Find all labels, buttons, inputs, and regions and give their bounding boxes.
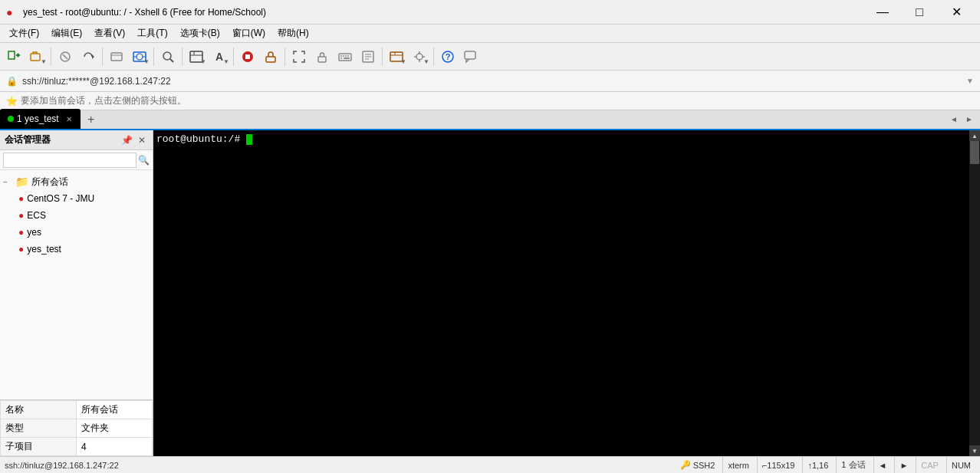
- toolbar-stop[interactable]: [237, 46, 258, 67]
- toolbar-help[interactable]: ?: [437, 46, 459, 67]
- sidebar: 会话管理器 📌 ✕ 🔍 − 📁 所有会话 ● CentOS 7 - JMU: [0, 130, 153, 456]
- toolbar-sep-7: [382, 48, 383, 66]
- tree-label-ecs: ECS: [27, 210, 46, 221]
- tree-expand-root[interactable]: −: [3, 178, 12, 186]
- toolbar-sep-8: [433, 48, 434, 66]
- svg-rect-19: [245, 54, 250, 59]
- menu-tools[interactable]: 工具(T): [131, 25, 173, 42]
- tab-yes-test[interactable]: 1 yes_test ✕: [0, 109, 81, 129]
- key-icon: 🔑: [680, 460, 691, 470]
- terminal-area[interactable]: root@ubuntu:/#: [153, 130, 969, 456]
- sidebar-search: 🔍: [0, 150, 153, 170]
- status-nav-right[interactable]: ►: [894, 457, 913, 474]
- tree-child-yes-test[interactable]: ● yes_test: [0, 241, 153, 258]
- svg-line-5: [63, 54, 67, 59]
- menu-help[interactable]: 帮助(H): [271, 25, 315, 42]
- bookmark-icon: ⭐: [6, 96, 18, 107]
- tab-close-button[interactable]: ✕: [64, 113, 74, 124]
- properties-panel: 名称 所有会话 类型 文件夹 子项目 4: [0, 399, 153, 456]
- terminal-prompt: root@ubuntu:/#: [156, 133, 240, 145]
- prop-row-name: 名称 所有会话: [1, 401, 153, 419]
- tree-child-centos[interactable]: ● CentOS 7 - JMU: [0, 190, 153, 207]
- prop-key-children: 子项目: [1, 438, 77, 456]
- menu-edit[interactable]: 编辑(E): [45, 25, 88, 42]
- prop-row-children: 子项目 4: [1, 438, 153, 456]
- status-protocol[interactable]: 🔑 SSH2: [676, 457, 720, 474]
- toolbar-xftp[interactable]: ▼: [386, 46, 407, 67]
- toolbar-password[interactable]: [260, 46, 281, 67]
- menu-tab[interactable]: 选项卡(B): [174, 25, 226, 42]
- prop-val-children: 4: [77, 438, 153, 456]
- toolbar-script[interactable]: [357, 46, 379, 67]
- address-text: ssh://tinluz:******@192.168.1.247:22: [22, 76, 962, 87]
- toolbar-lock[interactable]: [311, 46, 333, 67]
- toolbar-profile[interactable]: ▼: [186, 46, 207, 67]
- svg-rect-0: [8, 51, 15, 59]
- tab-label: 1 yes_test: [17, 113, 59, 124]
- tree-child-ecs[interactable]: ● ECS: [0, 207, 153, 224]
- tab-status-dot: [8, 116, 14, 122]
- window-title: yes_test - root@ubuntu: / - Xshell 6 (Fr…: [23, 7, 865, 18]
- tab-next-button[interactable]: ►: [962, 109, 977, 129]
- svg-rect-20: [266, 57, 275, 62]
- toolbar-new-session[interactable]: [3, 46, 25, 67]
- menu-bar: 文件(F) 编辑(E) 查看(V) 工具(T) 选项卡(B) 窗口(W) 帮助(…: [0, 25, 980, 43]
- toolbar-sep-3: [153, 48, 154, 66]
- address-dropdown[interactable]: ▼: [966, 77, 974, 85]
- svg-text:?: ?: [446, 52, 451, 61]
- toolbar: ▼ ▼ ▼ A ▼: [0, 43, 980, 71]
- session-icon-centos: ●: [18, 193, 24, 204]
- status-cursor-text: 1,16: [812, 461, 828, 470]
- toolbar-open[interactable]: ▼: [26, 46, 48, 67]
- toolbar-reconnect[interactable]: [77, 46, 99, 67]
- scroll-down-button[interactable]: ▼: [969, 445, 980, 456]
- tab-add-button[interactable]: +: [82, 110, 100, 129]
- close-button[interactable]: ✕: [939, 0, 974, 25]
- svg-rect-3: [31, 54, 40, 61]
- toolbar-compose[interactable]: [106, 46, 127, 67]
- svg-line-14: [170, 59, 173, 62]
- scroll-up-button[interactable]: ▲: [969, 130, 980, 141]
- tree-child-yes[interactable]: ● yes: [0, 224, 153, 241]
- maximize-button[interactable]: □: [902, 0, 937, 25]
- svg-rect-7: [111, 53, 122, 61]
- toolbar-font[interactable]: A ▼: [209, 46, 230, 67]
- minimize-button[interactable]: —: [865, 0, 900, 25]
- svg-rect-21: [318, 57, 326, 62]
- toolbar-sep-5: [233, 48, 234, 66]
- sidebar-search-input[interactable]: [3, 153, 136, 168]
- toolbar-keyboard[interactable]: [334, 46, 356, 67]
- terminal-scrollbar[interactable]: ▲ ▼: [969, 130, 980, 456]
- tree-root[interactable]: − 📁 所有会话: [0, 173, 153, 190]
- tab-prev-button[interactable]: ◄: [946, 109, 962, 129]
- scroll-thumb[interactable]: [970, 141, 979, 164]
- content-row: 会话管理器 📌 ✕ 🔍 − 📁 所有会话 ● CentOS 7 - JMU: [0, 130, 980, 456]
- toolbar-sep-1: [51, 48, 51, 66]
- menu-view[interactable]: 查看(V): [88, 25, 131, 42]
- prop-row-type: 类型 文件夹: [1, 419, 153, 438]
- status-sessions: 1 会话: [836, 457, 870, 474]
- session-icon-ecs: ●: [18, 210, 24, 221]
- toolbar-fullscreen[interactable]: [288, 46, 310, 67]
- svg-marker-6: [92, 54, 94, 59]
- menu-window[interactable]: 窗口(W): [226, 25, 271, 42]
- tree-label-yes: yes: [27, 227, 41, 238]
- menu-file[interactable]: 文件(F): [3, 25, 45, 42]
- status-bar: ssh://tinluz@192.168.1.247:22 🔑 SSH2 xte…: [0, 456, 980, 473]
- toolbar-chat[interactable]: [460, 46, 482, 67]
- tree-label-yes-test: yes_test: [27, 244, 61, 255]
- app-icon: ●: [6, 6, 18, 18]
- sidebar-close-button[interactable]: ✕: [136, 134, 148, 146]
- toolbar-search[interactable]: [157, 46, 179, 67]
- sidebar-pin-button[interactable]: 📌: [120, 134, 133, 146]
- status-terminal: xterm: [722, 457, 754, 474]
- toolbar-local-shell[interactable]: ▼: [129, 46, 150, 67]
- tab-bar: 1 yes_test ✕ + ◄ ►: [0, 110, 980, 130]
- toolbar-tools2[interactable]: ▼: [409, 46, 430, 67]
- folder-icon-root: 📁: [15, 176, 28, 188]
- status-size: ⌐ 115x19: [757, 457, 800, 474]
- sidebar-title: 会话管理器: [5, 133, 117, 146]
- status-nav-left[interactable]: ◄: [873, 457, 892, 474]
- session-icon-yes-test: ●: [18, 244, 24, 255]
- toolbar-disconnect[interactable]: [54, 46, 76, 67]
